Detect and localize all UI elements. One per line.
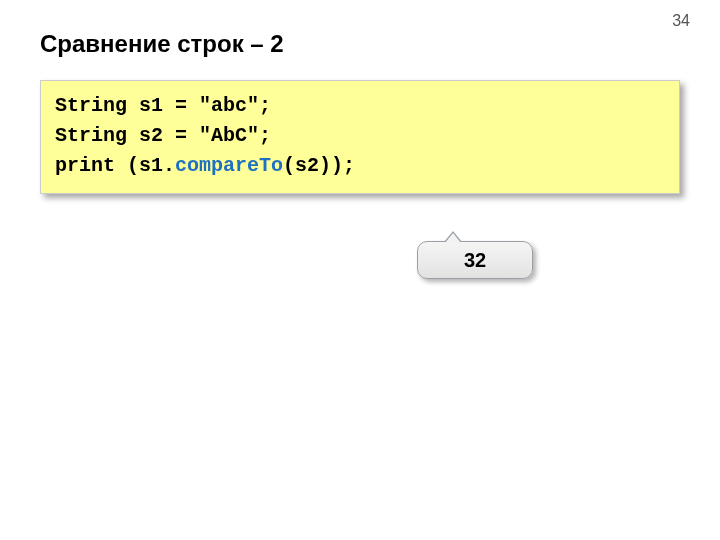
- code-text: (s2));: [283, 154, 355, 177]
- code-line-1: String s1 = "abc";: [55, 91, 665, 121]
- result-value: 32: [464, 249, 486, 272]
- code-text: String s2 =: [55, 124, 199, 147]
- code-text: ;: [259, 94, 271, 117]
- code-string-literal: "AbC": [199, 124, 259, 147]
- code-text: print (s1.: [55, 154, 175, 177]
- result-callout: 32: [417, 241, 533, 279]
- code-container: String s1 = "abc"; String s2 = "AbC"; pr…: [40, 80, 680, 194]
- page-number: 34: [672, 12, 690, 30]
- slide-title: Сравнение строк – 2: [40, 30, 284, 58]
- code-method-name: compareTo: [175, 154, 283, 177]
- code-text: String s1 =: [55, 94, 199, 117]
- code-block: String s1 = "abc"; String s2 = "AbC"; pr…: [40, 80, 680, 194]
- code-string-literal: "abc": [199, 94, 259, 117]
- code-line-3: print (s1.compareTo(s2));: [55, 151, 665, 181]
- code-text: ;: [259, 124, 271, 147]
- code-line-2: String s2 = "AbC";: [55, 121, 665, 151]
